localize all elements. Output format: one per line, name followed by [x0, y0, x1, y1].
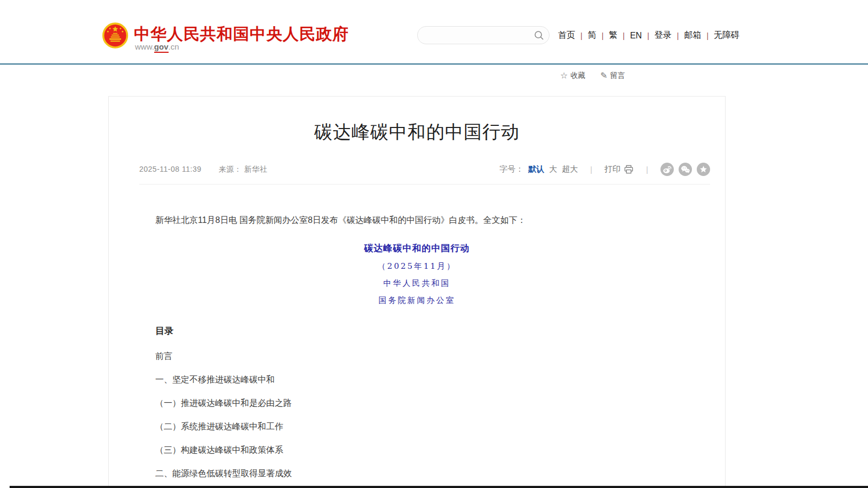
print-label: 打印 [604, 164, 620, 174]
nav-separator: | [623, 31, 625, 40]
toc-item: （三）构建碳达峰碳中和政策体系 [155, 445, 679, 454]
top-nav: 首页| 简| 繁| EN| 登录| 邮箱| 无障碍 [558, 30, 739, 41]
font-size-large-button[interactable]: 大 [549, 164, 557, 174]
nav-separator: | [706, 31, 708, 40]
article-tools: 字号： 默认 大 超大 | 打印 | [499, 163, 710, 176]
nav-english[interactable]: EN [630, 31, 642, 41]
nav-separator: | [602, 31, 604, 40]
print-button[interactable]: 打印 [604, 164, 634, 174]
star-outline-icon: ☆ [560, 70, 568, 81]
toc-item: 二、能源绿色低碳转型取得显著成效 [155, 469, 679, 478]
nav-mail[interactable]: 邮箱 [684, 30, 701, 41]
url-www: www. [135, 42, 154, 51]
toc-item: 一、坚定不移推进碳达峰碳中和 [155, 375, 679, 384]
printer-icon [624, 164, 634, 174]
nav-separator: | [677, 31, 679, 40]
weibo-share-icon[interactable] [660, 163, 674, 176]
nav-login[interactable]: 登录 [655, 30, 672, 41]
search-box[interactable] [417, 26, 550, 44]
font-size-default-button[interactable]: 默认 [528, 164, 544, 174]
toc-item: （一）推进碳达峰碳中和是必由之路 [155, 398, 679, 407]
article-meta: 2025-11-08 11:39 来源： 新华社 [139, 165, 267, 174]
qzone-star-share-icon[interactable] [697, 163, 710, 176]
message-button[interactable]: ✎ 留言 [600, 70, 625, 81]
toc-item: （二）系统推进碳达峰碳中和工作 [155, 422, 679, 431]
site-header: 中华人民共和国中央人民政府 www.gov.cn 首页| 简| 繁| EN| 登… [0, 0, 868, 63]
document-date: （2025年11月） [155, 261, 679, 271]
article-title: 碳达峰碳中和的中国行动 [109, 120, 725, 145]
article-meta-row: 2025-11-08 11:39 来源： 新华社 字号： 默认 大 超大 | 打… [139, 163, 710, 185]
url-gov: gov [154, 42, 169, 53]
message-label: 留言 [610, 71, 625, 81]
article-content: 新华社北京11月8日电 国务院新闻办公室8日发布《碳达峰碳中和的中国行动》白皮书… [109, 213, 725, 488]
font-size-xlarge-button[interactable]: 超大 [562, 164, 578, 174]
font-size-label: 字号： [499, 164, 523, 174]
article-card: 碳达峰碳中和的中国行动 2025-11-08 11:39 来源： 新华社 字号：… [108, 96, 726, 488]
tools-separator: | [646, 165, 648, 174]
lead-paragraph: 新华社北京11月8日电 国务院新闻办公室8日发布《碳达峰碳中和的中国行动》白皮书… [155, 213, 679, 227]
tools-separator: | [590, 165, 592, 174]
toc-item: 前言 [155, 351, 679, 361]
favorite-label: 收藏 [570, 71, 585, 81]
document-org-line2: 国务院新闻办公室 [155, 295, 679, 306]
page-body: ☆ 收藏 ✎ 留言 碳达峰碳中和的中国行动 2025-11-08 11:39 来… [0, 65, 868, 488]
source-label: 来源： [219, 165, 242, 173]
favorite-button[interactable]: ☆ 收藏 [560, 70, 585, 81]
nav-accessibility[interactable]: 无障碍 [714, 30, 739, 41]
document-org-line1: 中华人民共和国 [155, 278, 679, 289]
national-emblem-logo [102, 21, 129, 50]
search-input[interactable] [418, 31, 531, 39]
toc-heading: 目录 [155, 325, 679, 337]
site-url: www.gov.cn [135, 42, 179, 51]
search-icon [533, 30, 544, 41]
nav-traditional[interactable]: 繁 [609, 30, 617, 41]
pencil-icon: ✎ [600, 70, 607, 81]
document-title: 碳达峰碳中和的中国行动 [155, 242, 679, 254]
nav-separator: | [647, 31, 649, 40]
search-button[interactable] [531, 27, 547, 43]
source-value: 新华社 [244, 165, 268, 173]
nav-home[interactable]: 首页 [558, 30, 575, 41]
viewport-bottom-edge [10, 486, 868, 488]
nav-simplified[interactable]: 简 [588, 30, 596, 41]
publish-date: 2025-11-08 11:39 [139, 165, 201, 173]
nav-separator: | [580, 31, 583, 40]
article-toolbar: ☆ 收藏 ✎ 留言 [560, 70, 625, 81]
url-cn: .cn [169, 42, 179, 51]
wechat-share-icon[interactable] [679, 163, 692, 176]
